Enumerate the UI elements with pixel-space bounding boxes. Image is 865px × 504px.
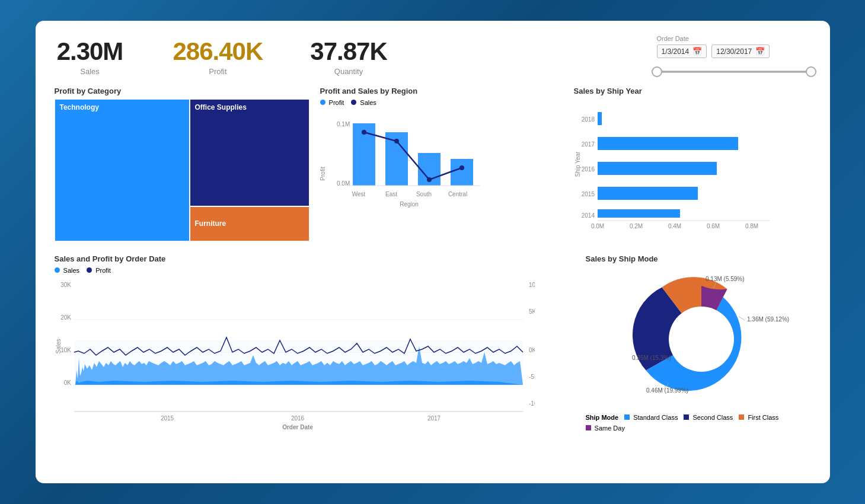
svg-point-46 (669, 307, 734, 372)
profit-by-category-title: Profit by Category (55, 87, 309, 95)
bar-2014 (598, 209, 680, 218)
svg-text:Central: Central (448, 191, 467, 197)
svg-text:0.1M: 0.1M (337, 121, 350, 127)
timeseries-section: Sales and Profit by Order Date Sales Pro… (55, 254, 575, 432)
treemap-right: Office Supplies Furniture (190, 100, 309, 241)
svg-text:Profit: Profit (534, 339, 535, 353)
ts-profit-dot (87, 267, 92, 273)
ts-legend: Sales Profit (55, 267, 575, 274)
bar-2016 (598, 162, 717, 175)
shipmode-legend: Ship Mode Standard Class Second Class Fi… (586, 414, 811, 432)
svg-text:0.6M: 0.6M (706, 223, 719, 229)
shipyear-section: Sales by Ship Year 2018 2017 2016 2015 2… (574, 87, 811, 241)
timeseries-title: Sales and Profit by Order Date (55, 254, 575, 263)
treemap-container: Technology Office Supplies Furniture (55, 99, 309, 241)
sameday-square (586, 425, 591, 430)
calendar-icon-start: 📅 (692, 47, 702, 56)
svg-point-6 (459, 165, 464, 170)
bar-2017 (598, 137, 738, 150)
svg-point-5 (427, 177, 432, 182)
svg-point-4 (394, 139, 399, 143)
slider-thumb-right[interactable] (806, 66, 816, 77)
calendar-icon-end: 📅 (755, 47, 765, 56)
date-inputs: 1/3/2014 📅 12/30/2017 📅 (657, 44, 811, 58)
kpi-sales-value: 2.30M (55, 37, 126, 66)
region-svg: 0.1M 0.0M Profit West East (320, 109, 492, 233)
date-filter-label: Order Date (657, 35, 811, 42)
region-legend-sales: Sales (351, 99, 376, 106)
svg-line-47 (739, 317, 745, 320)
svg-text:2014: 2014 (581, 212, 595, 219)
svg-text:-10K: -10K (529, 400, 535, 407)
svg-point-3 (362, 130, 366, 135)
svg-text:0.0M: 0.0M (591, 223, 604, 229)
ts-legend-sales: Sales (55, 267, 80, 274)
region-legend-profit: Profit (320, 99, 344, 106)
ts-sales-dot (55, 267, 60, 273)
profit-dot (320, 100, 325, 105)
kpi-quantity: 37.87K Quantity (310, 37, 387, 76)
date-slider[interactable] (657, 63, 811, 81)
legend-second: Second Class (684, 414, 733, 421)
date-end-value: 12/30/2017 (716, 47, 752, 56)
svg-text:0.4M: 0.4M (668, 223, 681, 229)
slider-thumb-left[interactable] (652, 66, 662, 77)
date-start-input[interactable]: 1/3/2014 📅 (657, 44, 707, 58)
svg-text:2016: 2016 (291, 415, 304, 422)
kpi-profit-value: 286.40K (173, 37, 263, 66)
svg-text:10K: 10K (60, 347, 71, 353)
svg-text:Sales: Sales (55, 339, 62, 353)
kpi-profit-label: Profit (173, 67, 263, 76)
date-filter: Order Date 1/3/2014 📅 12/30/2017 📅 (657, 35, 811, 81)
svg-text:-5K: -5K (529, 374, 535, 380)
date-end-input[interactable]: 12/30/2017 📅 (711, 44, 770, 58)
label-standard: 1.36M (59.12%) (747, 316, 789, 323)
slider-fill (657, 71, 811, 73)
ts-legend-profit: Profit (87, 267, 111, 274)
main-grid: Profit by Category Technology Office Sup… (55, 87, 811, 247)
first-square (739, 414, 744, 420)
legend-first: First Class (739, 414, 778, 421)
svg-text:Order Date: Order Date (282, 424, 313, 429)
svg-text:20K: 20K (60, 314, 71, 321)
kpi-sales-label: Sales (55, 67, 126, 76)
svg-text:East: East (385, 191, 397, 197)
profit-by-category-section: Profit by Category Technology Office Sup… (55, 87, 309, 241)
svg-text:0K: 0K (63, 379, 71, 386)
treemap-office-label: Office Supplies (195, 103, 247, 111)
svg-text:2015: 2015 (160, 415, 174, 422)
date-start-value: 1/3/2014 (662, 47, 690, 56)
label-second: 0.46M (19.99%) (646, 387, 688, 394)
svg-text:10K: 10K (529, 282, 535, 288)
svg-text:0.8M: 0.8M (745, 223, 758, 229)
treemap-technology: Technology (55, 100, 189, 241)
treemap-technology-label: Technology (60, 103, 99, 111)
label-first: 0.35M (15.3%) (632, 355, 671, 361)
kpi-sales: 2.30M Sales (55, 37, 126, 76)
treemap-furniture: Furniture (190, 207, 309, 241)
label-sameday: 0.13M (5.59%) (706, 276, 745, 282)
svg-text:Profit: Profit (320, 167, 326, 181)
svg-text:2017: 2017 (581, 141, 595, 148)
region-chart-title: Profit and Sales by Region (320, 87, 563, 95)
treemap-office: Office Supplies (190, 100, 309, 206)
svg-text:30K: 30K (60, 282, 71, 288)
dashboard: 2.30M Sales 286.40K Profit 37.87K Quanti… (36, 21, 830, 483)
bottom-row: Sales and Profit by Order Date Sales Pro… (55, 254, 811, 432)
svg-text:West: West (352, 191, 365, 197)
standard-square (624, 414, 630, 420)
region-bar-central (451, 159, 473, 186)
bar-2018 (598, 112, 602, 125)
timeseries-svg: 30K 20K 10K 0K 10K 5K 0K -5K -10K Sales … (55, 275, 535, 429)
legend-label: Ship Mode (586, 414, 619, 421)
second-square (684, 414, 689, 420)
svg-text:0.2M: 0.2M (629, 223, 642, 229)
region-sales-line (364, 132, 462, 180)
region-chart-section: Profit and Sales by Region Profit Sales … (320, 87, 563, 241)
shipyear-title: Sales by Ship Year (574, 87, 811, 95)
svg-text:Region: Region (400, 201, 419, 208)
svg-text:2015: 2015 (581, 191, 595, 197)
legend-sameday: Same Day (586, 425, 625, 432)
shipmode-section: Sales by Ship Mode (586, 254, 811, 432)
shipmode-svg: 1.36M (59.12%) 0.46M (19.99%) 0.35M (15.… (598, 268, 799, 410)
